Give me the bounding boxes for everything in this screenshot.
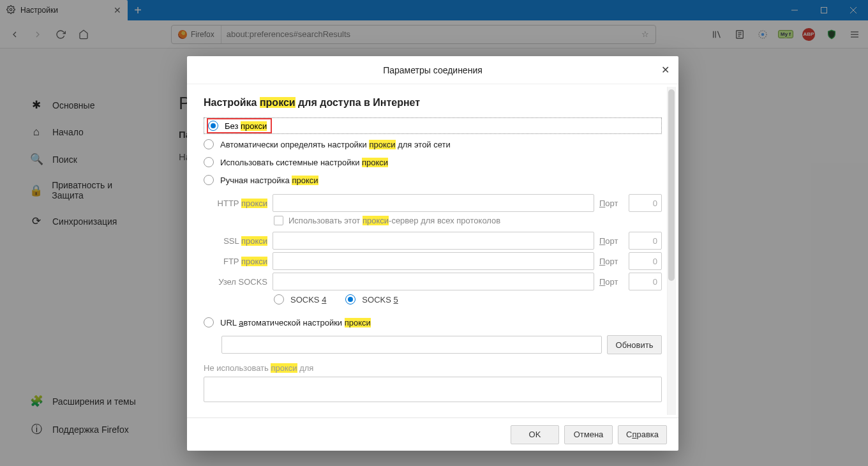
radio-no-proxy-label: Без прокси [225,121,267,131]
radio-system-label: Использовать системные настройки прокси [220,158,388,167]
radio-row-system[interactable]: Использовать системные настройки прокси [204,153,662,171]
ftp-port-input[interactable] [629,252,662,270]
socks-port-input[interactable] [629,273,662,290]
ftp-proxy-input[interactable] [273,252,594,270]
help-button[interactable]: Справка [618,425,667,444]
connection-settings-dialog: Параметры соединения ✕ Настройка прокси … [187,56,678,451]
port-label: Порт [599,236,624,246]
radio-auto-url[interactable] [204,317,214,327]
dialog-scrollbar[interactable] [667,87,676,415]
no-proxy-for-input[interactable] [204,377,662,402]
http-port-input[interactable] [629,194,662,212]
radio-row-auto-detect[interactable]: Автоматически определять настройки прокс… [204,135,662,153]
http-proxy-label: HTTP прокси [204,199,267,208]
radio-no-proxy[interactable] [208,121,218,131]
radio-socks5[interactable] [345,294,355,304]
use-for-all-row[interactable]: Использовать этот прокси-сервер для всех… [274,216,662,225]
socks4-label: SOCKS 4 [290,295,326,304]
ftp-proxy-label: FTP прокси [204,257,267,266]
port-label: Порт [599,199,624,208]
radio-manual[interactable] [204,175,214,185]
socks-label: Узел SOCKS [204,277,267,287]
dialog-title: Параметры соединения [383,65,483,75]
ssl-port-input[interactable] [629,232,662,250]
port-label: Порт [599,257,624,266]
dialog-close-icon[interactable]: ✕ [661,64,670,76]
cancel-button[interactable]: Отмена [564,425,613,444]
radio-auto-url-label: URL автоматической настройки прокси [220,318,371,327]
radio-system[interactable] [204,157,214,167]
radio-manual-label: Ручная настройка прокси [220,176,318,185]
socks5-label: SOCKS 5 [362,295,398,304]
use-for-all-label: Использовать этот прокси-сервер для всех… [288,216,500,225]
use-for-all-checkbox[interactable] [274,216,283,225]
port-label: Порт [599,277,624,287]
radio-auto-detect-label: Автоматически определять настройки прокс… [220,140,451,149]
radio-row-no-proxy[interactable]: Без прокси [204,117,662,134]
ssl-proxy-label: SSL прокси [204,236,267,246]
ssl-proxy-input[interactable] [273,232,594,250]
ok-button[interactable]: OK [511,425,559,444]
dialog-footer: OK Отмена Справка [187,417,678,451]
radio-auto-detect[interactable] [204,139,214,149]
dialog-header: Параметры соединения ✕ [187,56,678,84]
auto-url-input[interactable] [221,336,602,354]
reload-pac-button[interactable]: Обновить [607,335,662,354]
radio-row-auto-url[interactable]: URL автоматической настройки прокси [204,313,662,331]
no-proxy-for-label: Не использовать прокси для [204,363,662,373]
scrollbar-thumb[interactable] [668,89,675,281]
radio-socks4[interactable] [274,294,284,304]
dialog-body: Настройка прокси для доступа в Интернет … [187,84,678,417]
http-proxy-input[interactable] [273,194,594,212]
socks-host-input[interactable] [273,273,594,290]
proxy-section-title: Настройка прокси для доступа в Интернет [204,97,662,109]
radio-row-manual[interactable]: Ручная настройка прокси [204,171,662,189]
